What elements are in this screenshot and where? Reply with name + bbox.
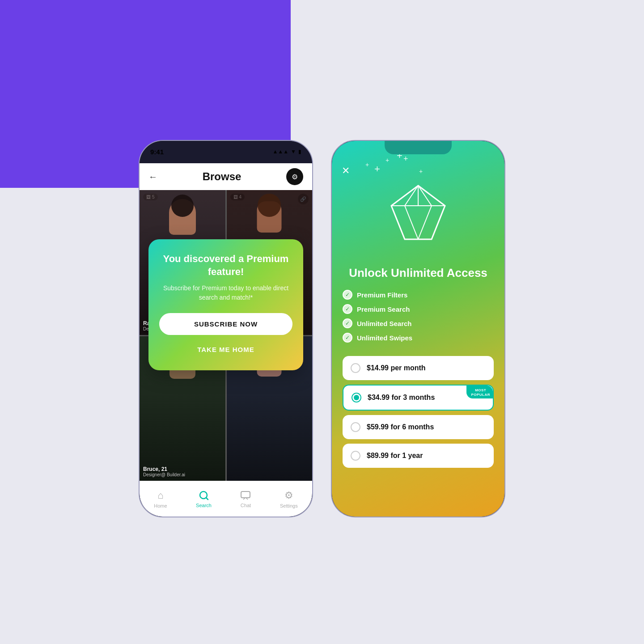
svg-line-13 (405, 206, 418, 239)
radio-inner-2 (354, 395, 359, 400)
settings-label: Settings (280, 503, 298, 508)
person-job-3: Designer@ Builder.ai (143, 472, 222, 477)
nav-item-search[interactable]: Search (196, 490, 212, 508)
feature-text-1: Premium Filters (357, 291, 407, 299)
most-popular-badge: MOSTPOPULAR (466, 386, 493, 398)
svg-rect-2 (241, 491, 250, 498)
bottom-nav: ⌂ Home Search Chat (140, 481, 312, 517)
feature-text-4: Unlimited Swipes (357, 334, 412, 342)
check-icon-4: ✓ (343, 333, 352, 343)
take-me-home-button[interactable]: TAKE ME HOME (194, 342, 258, 357)
diamond-svg (382, 177, 454, 248)
pricing-label-4: $89.99 for 1 year (367, 452, 423, 460)
svg-line-4 (391, 186, 418, 206)
pricing-label-1: $14.99 per month (367, 364, 426, 372)
chat-icon (240, 490, 251, 501)
signal-icon: ▲▲▲ (272, 148, 288, 155)
nav-item-settings[interactable]: ⚙ Settings (280, 490, 298, 508)
chat-label: Chat (241, 503, 251, 508)
feature-list: ✓ Premium Filters ✓ Premium Search ✓ Unl… (343, 290, 494, 347)
home-icon: ⌂ (157, 490, 163, 501)
phone-premium: ✕ + + + + + + (331, 140, 505, 517)
notch-2 (385, 141, 452, 154)
check-icon-3: ✓ (343, 318, 352, 328)
close-button[interactable]: ✕ (342, 165, 350, 177)
radio-2 (352, 393, 361, 402)
search-label: Search (196, 503, 212, 508)
svg-line-15 (391, 206, 405, 239)
person-name-3: Bruce, 21 (143, 466, 222, 472)
svg-line-1 (206, 498, 208, 500)
filter-button[interactable]: ⚙ (286, 168, 303, 185)
sparkle-6: + (365, 161, 369, 168)
radio-1 (351, 363, 360, 373)
settings-icon: ⚙ (284, 490, 293, 501)
sparkle-2: + (403, 154, 408, 164)
pricing-option-4[interactable]: $89.99 for 1 year (343, 444, 494, 468)
svg-line-14 (418, 206, 432, 239)
notch (192, 141, 259, 154)
pricing-label-3: $59.99 for 6 months (367, 423, 434, 431)
feature-item-4: ✓ Unlimited Swipes (343, 333, 494, 343)
check-icon-1: ✓ (343, 290, 352, 300)
premium-title: Unlock Unlimited Access (349, 266, 487, 280)
subscribe-now-button[interactable]: SUBSCRIBE NOW (159, 313, 292, 335)
check-icon-2: ✓ (343, 304, 352, 314)
feature-text-2: Premium Search (357, 305, 410, 313)
pricing-option-1[interactable]: $14.99 per month (343, 356, 494, 380)
filter-icon: ⚙ (292, 173, 298, 181)
search-icon (199, 490, 209, 501)
nav-item-chat[interactable]: Chat (240, 490, 251, 508)
diamond-container: + + + + + + (332, 177, 504, 248)
pricing-option-3[interactable]: $59.99 for 6 months (343, 415, 494, 439)
feature-item-1: ✓ Premium Filters (343, 290, 494, 300)
browse-header: ← Browse ⚙ (140, 163, 312, 190)
sparkle-1: + (374, 163, 380, 175)
back-button[interactable]: ← (148, 172, 157, 182)
premium-modal: You discovered a Premium feature! Subscr… (148, 239, 303, 370)
modal-subtitle: Subscribe for Premium today to enable di… (159, 284, 292, 302)
feature-item-2: ✓ Premium Search (343, 304, 494, 314)
phone-browse: 9:41 ▲▲▲ ▼ ▮ ← Browse ⚙ (139, 140, 313, 517)
phones-container: 9:41 ▲▲▲ ▼ ▮ ← Browse ⚙ (139, 140, 505, 517)
phone2-screen: ✕ + + + + + + (332, 141, 504, 517)
radio-3 (351, 422, 360, 432)
pricing-option-2[interactable]: $34.99 for 3 months MOSTPOPULAR (343, 385, 494, 411)
svg-line-16 (432, 206, 445, 239)
wifi-icon: ▼ (291, 148, 296, 155)
phone1-screen: 9:41 ▲▲▲ ▼ ▮ ← Browse ⚙ (140, 141, 312, 517)
phone2-content: Unlock Unlimited Access ✓ Premium Filter… (332, 266, 504, 517)
nav-item-home[interactable]: ⌂ Home (154, 490, 167, 508)
svg-line-5 (418, 186, 445, 206)
radio-4 (351, 451, 360, 461)
feature-text-3: Unlimited Search (357, 320, 412, 327)
feature-item-3: ✓ Unlimited Search (343, 318, 494, 328)
battery-icon: ▮ (298, 148, 301, 155)
svg-line-7 (405, 186, 418, 206)
sparkle-3: + (419, 168, 423, 175)
sparkle-4: + (386, 157, 389, 164)
status-time: 9:41 (150, 148, 164, 156)
modal-title: You discovered a Premium feature! (159, 253, 292, 278)
pricing-label-2: $34.99 for 3 months (368, 394, 435, 402)
home-label: Home (154, 503, 167, 508)
svg-line-8 (418, 186, 432, 206)
browse-title: Browse (203, 170, 242, 183)
status-icons: ▲▲▲ ▼ ▮ (272, 148, 301, 155)
